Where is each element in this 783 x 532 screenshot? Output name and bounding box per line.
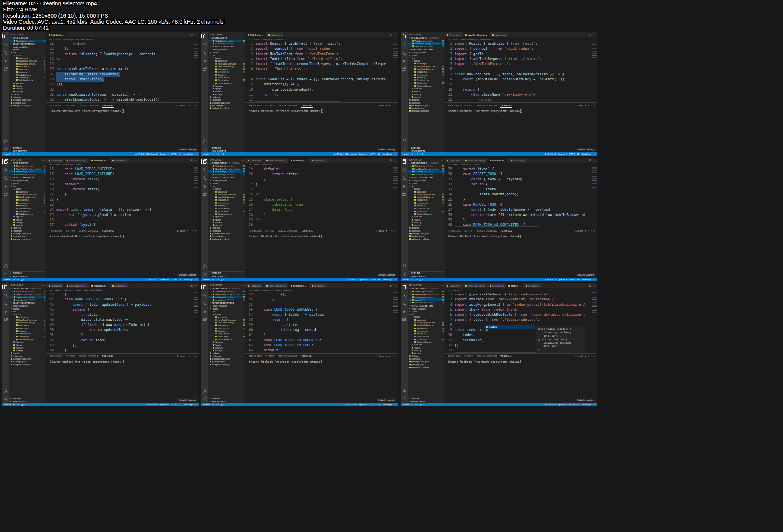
tree-item[interactable]: TodoList.css (408, 207, 445, 210)
code-line[interactable]: 38 return state.filter(todo => todo.id !… (445, 212, 597, 217)
panel-tab-problems[interactable]: PROBLEMS (448, 355, 461, 357)
tree-item[interactable]: package-lock.json (408, 104, 445, 107)
more-actions-icon[interactable]: ⋯ (440, 284, 443, 287)
dirty-dot[interactable]: ● (520, 285, 521, 287)
breadcrumb-segment[interactable]: TodoList (275, 38, 283, 41)
tree-item[interactable]: reducers.jsM (9, 324, 46, 327)
tree-item[interactable]: index.js (408, 221, 445, 224)
dirty-dot[interactable]: ● (305, 159, 307, 162)
close-icon[interactable]: × (11, 299, 13, 301)
debug-icon[interactable] (4, 185, 8, 188)
panel-tab-output[interactable]: OUTPUT (464, 104, 474, 107)
breadcrumb-segment[interactable]: TodoList.js (63, 38, 73, 41)
more-actions-icon[interactable]: ⋯ (393, 34, 396, 37)
tree-item[interactable]: TodoList.jsM (9, 335, 46, 338)
tree-item[interactable]: package.json (408, 107, 445, 110)
project-root-header[interactable]: ▾REACT-ECOSYSTEMS (9, 176, 46, 179)
more-actions-icon[interactable]: ⋯ (593, 284, 595, 287)
cursor-position[interactable]: Ln 29, Col 3 (346, 278, 357, 281)
tree-item[interactable]: App.css (9, 82, 46, 84)
split-editor-icon[interactable]: ⊞ (190, 159, 193, 162)
code-line[interactable]: 2import { persistReducer } from 'redux-p… (445, 292, 597, 297)
close-icon[interactable]: × (211, 40, 212, 42)
panel-tab-terminal[interactable]: TERMINAL (102, 354, 114, 358)
close-icon[interactable]: × (211, 290, 212, 293)
open-editor-item[interactable]: ×TodoList.jssrc/todosM (9, 290, 46, 293)
tree-item[interactable]: thunks.js (9, 329, 46, 332)
breadcrumb-segment[interactable]: NewTodoForm (480, 38, 493, 41)
tree-item[interactable]: .gitignore (408, 357, 445, 360)
breadcrumb-segment[interactable]: mapStateToProps (76, 38, 92, 41)
account-icon[interactable] (203, 389, 207, 393)
search-icon[interactable] (4, 293, 8, 297)
panel-tab-debug-console[interactable]: DEBUG CONSOLE (278, 230, 298, 232)
code-editor[interactable]: 19 default:20 return state;21 }22}2324/*… (245, 167, 398, 228)
git-branch-label[interactable]: master* (403, 278, 409, 281)
tree-item[interactable]: ▸public (9, 307, 46, 310)
code-line[interactable]: 22 ); (46, 46, 199, 51)
extensions-icon[interactable] (203, 318, 207, 322)
close-panel-icon[interactable]: × (394, 230, 396, 232)
tree-item[interactable]: thunks.js (208, 73, 245, 76)
tree-item[interactable]: ▾todos (408, 316, 445, 318)
breadcrumb-segment[interactable]: src (249, 289, 251, 291)
language-indicator[interactable]: JavaScript (582, 404, 591, 406)
code-line[interactable]: 21 } (46, 192, 199, 197)
tree-item[interactable]: package-lock.json (208, 357, 245, 360)
maximize-panel-icon[interactable]: ^ (192, 230, 193, 232)
tree-item[interactable]: ▸node_modules (408, 51, 445, 54)
more-actions-icon[interactable]: ⋯ (241, 284, 244, 287)
chevron-down-icon[interactable]: ▾ (386, 229, 387, 232)
files-icon[interactable] (203, 285, 207, 289)
code-line[interactable]: 2import { connect } from 'react-redux'; (445, 46, 597, 51)
close-icon[interactable]: × (410, 45, 411, 47)
maximize-panel-icon[interactable]: ^ (392, 104, 393, 107)
code-line[interactable]: 30 case CREATE_TODO: { (445, 172, 597, 177)
chevron-down-icon[interactable]: ▾ (585, 104, 586, 107)
editor-tab[interactable]: TodoList.js× (245, 32, 266, 37)
error-count[interactable]: ○ 0 (16, 404, 19, 406)
tree-item[interactable]: thunks.js (208, 329, 245, 332)
minimap[interactable] (194, 292, 198, 313)
code-line[interactable]: 12 <input (445, 97, 597, 102)
open-editor-item[interactable]: ×NewTodoForm.jssrc/todosM (9, 293, 46, 296)
dirty-dot[interactable]: ● (211, 170, 212, 173)
code-line[interactable]: 8 const [inputValue, setInputValue] = us… (445, 77, 597, 82)
code-line[interactable]: 1import React, { useEffect } from 'react… (245, 41, 398, 46)
terminal[interactable]: Shauns-MacBook-Pro:react-ecosystems shau… (245, 233, 398, 238)
breadcrumb-segment[interactable]: todos (474, 164, 479, 166)
search-icon[interactable] (402, 168, 406, 172)
tree-item[interactable]: NewTodoForm.jsM (208, 321, 245, 324)
editor-tab[interactable]: TodoList.js (245, 158, 264, 163)
editor-tab[interactable]: TodoList.js (46, 283, 65, 288)
tree-item[interactable]: NewTodoForm.jsM (208, 196, 245, 199)
shell-selector[interactable]: 1: bash (376, 355, 384, 357)
chevron-down-icon[interactable]: ▾ (386, 355, 387, 357)
code-line[interactable]: 19 default: (46, 182, 199, 187)
eol-indicator[interactable]: LF (378, 278, 380, 281)
code-editor[interactable]: 2import { persistReducer } from 'redux-p… (445, 292, 597, 353)
tree-item[interactable]: TodoListItem.js (408, 84, 445, 87)
tree-item[interactable]: NewTodoForm.cssM (408, 193, 445, 196)
panel-tab-output[interactable]: OUTPUT (66, 355, 75, 357)
tree-item[interactable]: App.js (408, 346, 445, 349)
tree-item[interactable]: TodoList.css (408, 335, 445, 338)
panel-tab-output[interactable]: OUTPUT (66, 230, 75, 232)
tree-item[interactable]: store.js (408, 224, 445, 227)
tree-item[interactable]: package.json (208, 235, 245, 238)
maximize-panel-icon[interactable]: ^ (392, 355, 393, 357)
code-line[interactable]: 34 state.concat(todo); (445, 192, 597, 197)
code-line[interactable]: 24export const todos = (state = [], acti… (46, 207, 199, 212)
code-line[interactable]: 39 } (445, 217, 597, 222)
tree-item[interactable]: .gitignore (9, 229, 46, 232)
project-root-header[interactable]: ▾REACT-ECOSYSTEMS (9, 42, 46, 46)
breadcrumb-segment[interactable]: todos (254, 289, 259, 291)
code-line[interactable]: 19 default: (245, 167, 398, 172)
tree-item[interactable]: reducers.jsM (208, 324, 245, 327)
tree-item[interactable]: ▾src (408, 185, 445, 187)
tree-item[interactable]: NewTodoForm.jsM (408, 196, 445, 199)
code-line[interactable]: 11 <div className="new-todo-form"> (445, 92, 597, 97)
tree-item[interactable]: NewTodoForm.cssM (408, 65, 445, 68)
tree-item[interactable]: .babelrc (9, 227, 46, 229)
open-editors-header[interactable]: ▾OPEN EDITORS1 UNSAVED (208, 162, 245, 165)
